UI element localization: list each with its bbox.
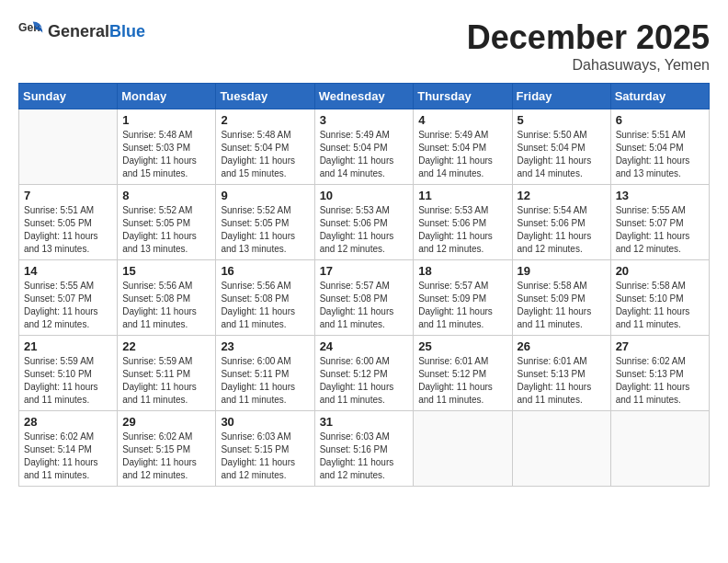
day-number: 25 — [418, 339, 506, 353]
day-info: Sunrise: 5:58 AMSunset: 5:10 PMDaylight:… — [616, 280, 704, 331]
calendar-week-row: 14 Sunrise: 5:55 AMSunset: 5:07 PMDaylig… — [19, 260, 710, 336]
logo: Gen GeneralBlue — [18, 18, 145, 44]
day-info: Sunrise: 6:03 AMSunset: 5:16 PMDaylight:… — [320, 431, 409, 482]
day-info: Sunrise: 5:55 AMSunset: 5:07 PMDaylight:… — [616, 204, 704, 256]
day-number: 21 — [24, 339, 112, 353]
calendar-cell: 12 Sunrise: 5:54 AMSunset: 5:06 PMDaylig… — [512, 185, 610, 260]
logo-blue: Blue — [109, 22, 145, 40]
calendar-cell: 9 Sunrise: 5:52 AMSunset: 5:05 PMDayligh… — [216, 185, 314, 260]
calendar-cell: 16 Sunrise: 5:56 AMSunset: 5:08 PMDaylig… — [216, 260, 314, 336]
weekday-header: Sunday — [19, 84, 118, 109]
calendar-cell: 27 Sunrise: 6:02 AMSunset: 5:13 PMDaylig… — [610, 336, 709, 411]
day-number: 5 — [518, 113, 606, 127]
logo-icon: Gen — [18, 18, 44, 44]
day-info: Sunrise: 5:55 AMSunset: 5:07 PMDaylight:… — [24, 280, 112, 331]
day-info: Sunrise: 6:00 AMSunset: 5:12 PMDaylight:… — [320, 355, 409, 407]
day-number: 23 — [221, 339, 309, 353]
day-number: 26 — [518, 339, 606, 353]
day-info: Sunrise: 6:02 AMSunset: 5:13 PMDaylight:… — [616, 355, 704, 407]
calendar-cell: 5 Sunrise: 5:50 AMSunset: 5:04 PMDayligh… — [512, 109, 610, 185]
calendar-cell — [610, 411, 709, 487]
day-number: 28 — [24, 415, 112, 429]
page-header: Gen GeneralBlue December 2025 Dahasuways… — [18, 18, 710, 74]
day-info: Sunrise: 5:52 AMSunset: 5:05 PMDaylight:… — [122, 204, 210, 256]
day-number: 6 — [616, 113, 704, 127]
weekday-header: Friday — [512, 84, 610, 109]
calendar-cell: 25 Sunrise: 6:01 AMSunset: 5:12 PMDaylig… — [414, 336, 512, 411]
day-info: Sunrise: 5:48 AMSunset: 5:04 PMDaylight:… — [221, 129, 309, 180]
calendar-cell: 14 Sunrise: 5:55 AMSunset: 5:07 PMDaylig… — [19, 260, 118, 336]
day-info: Sunrise: 5:59 AMSunset: 5:10 PMDaylight:… — [24, 355, 112, 407]
day-info: Sunrise: 5:53 AMSunset: 5:06 PMDaylight:… — [418, 204, 506, 256]
day-info: Sunrise: 6:02 AMSunset: 5:15 PMDaylight:… — [122, 431, 210, 482]
day-info: Sunrise: 5:56 AMSunset: 5:08 PMDaylight:… — [221, 280, 309, 331]
calendar-cell: 2 Sunrise: 5:48 AMSunset: 5:04 PMDayligh… — [216, 109, 314, 185]
day-info: Sunrise: 5:54 AMSunset: 5:06 PMDaylight:… — [518, 204, 606, 256]
calendar-week-row: 28 Sunrise: 6:02 AMSunset: 5:14 PMDaylig… — [19, 411, 710, 487]
calendar-cell: 1 Sunrise: 5:48 AMSunset: 5:03 PMDayligh… — [118, 109, 216, 185]
day-number: 27 — [616, 339, 704, 353]
day-info: Sunrise: 6:01 AMSunset: 5:13 PMDaylight:… — [518, 355, 606, 407]
day-info: Sunrise: 6:02 AMSunset: 5:14 PMDaylight:… — [24, 431, 112, 482]
day-number: 31 — [320, 415, 409, 429]
calendar-cell — [19, 109, 118, 185]
day-number: 22 — [122, 339, 210, 353]
day-info: Sunrise: 6:00 AMSunset: 5:11 PMDaylight:… — [221, 355, 309, 407]
calendar-cell: 21 Sunrise: 5:59 AMSunset: 5:10 PMDaylig… — [19, 336, 118, 411]
day-number: 13 — [616, 189, 704, 202]
day-info: Sunrise: 6:01 AMSunset: 5:12 PMDaylight:… — [418, 355, 506, 407]
day-info: Sunrise: 5:50 AMSunset: 5:04 PMDaylight:… — [518, 129, 606, 180]
day-number: 8 — [122, 189, 210, 202]
day-info: Sunrise: 5:53 AMSunset: 5:06 PMDaylight:… — [320, 204, 409, 256]
title-section: December 2025 Dahasuways, Yemen — [467, 18, 710, 74]
day-number: 11 — [418, 189, 506, 202]
calendar-cell: 23 Sunrise: 6:00 AMSunset: 5:11 PMDaylig… — [216, 336, 314, 411]
calendar-week-row: 7 Sunrise: 5:51 AMSunset: 5:05 PMDayligh… — [19, 185, 710, 260]
day-number: 10 — [320, 189, 409, 202]
day-info: Sunrise: 5:56 AMSunset: 5:08 PMDaylight:… — [122, 280, 210, 331]
calendar-cell: 28 Sunrise: 6:02 AMSunset: 5:14 PMDaylig… — [19, 411, 118, 487]
calendar-header-row: SundayMondayTuesdayWednesdayThursdayFrid… — [19, 84, 710, 109]
calendar-cell — [414, 411, 512, 487]
calendar-week-row: 1 Sunrise: 5:48 AMSunset: 5:03 PMDayligh… — [19, 109, 710, 185]
calendar-cell: 17 Sunrise: 5:57 AMSunset: 5:08 PMDaylig… — [314, 260, 414, 336]
calendar-cell: 30 Sunrise: 6:03 AMSunset: 5:15 PMDaylig… — [216, 411, 314, 487]
day-info: Sunrise: 5:49 AMSunset: 5:04 PMDaylight:… — [418, 129, 506, 180]
calendar-cell: 3 Sunrise: 5:49 AMSunset: 5:04 PMDayligh… — [314, 109, 414, 185]
calendar-cell: 26 Sunrise: 6:01 AMSunset: 5:13 PMDaylig… — [512, 336, 610, 411]
day-info: Sunrise: 6:03 AMSunset: 5:15 PMDaylight:… — [221, 431, 309, 482]
day-number: 18 — [418, 264, 506, 278]
day-info: Sunrise: 5:52 AMSunset: 5:05 PMDaylight:… — [221, 204, 309, 256]
day-number: 30 — [221, 415, 309, 429]
day-info: Sunrise: 5:48 AMSunset: 5:03 PMDaylight:… — [122, 129, 210, 180]
day-number: 2 — [221, 113, 309, 127]
calendar-cell: 4 Sunrise: 5:49 AMSunset: 5:04 PMDayligh… — [414, 109, 512, 185]
day-number: 17 — [320, 264, 409, 278]
day-number: 1 — [122, 113, 210, 127]
day-info: Sunrise: 5:51 AMSunset: 5:04 PMDaylight:… — [616, 129, 704, 180]
calendar-cell — [512, 411, 610, 487]
calendar-cell: 8 Sunrise: 5:52 AMSunset: 5:05 PMDayligh… — [118, 185, 216, 260]
day-info: Sunrise: 5:57 AMSunset: 5:09 PMDaylight:… — [418, 280, 506, 331]
calendar-cell: 11 Sunrise: 5:53 AMSunset: 5:06 PMDaylig… — [414, 185, 512, 260]
day-number: 4 — [418, 113, 506, 127]
weekday-header: Tuesday — [216, 84, 314, 109]
calendar-table: SundayMondayTuesdayWednesdayThursdayFrid… — [18, 83, 710, 487]
day-number: 12 — [518, 189, 606, 202]
day-number: 19 — [518, 264, 606, 278]
calendar-cell: 10 Sunrise: 5:53 AMSunset: 5:06 PMDaylig… — [314, 185, 414, 260]
day-info: Sunrise: 5:51 AMSunset: 5:05 PMDaylight:… — [24, 204, 112, 256]
calendar-cell: 15 Sunrise: 5:56 AMSunset: 5:08 PMDaylig… — [118, 260, 216, 336]
day-number: 16 — [221, 264, 309, 278]
calendar-week-row: 21 Sunrise: 5:59 AMSunset: 5:10 PMDaylig… — [19, 336, 710, 411]
day-number: 29 — [122, 415, 210, 429]
calendar-cell: 13 Sunrise: 5:55 AMSunset: 5:07 PMDaylig… — [610, 185, 709, 260]
day-number: 14 — [24, 264, 112, 278]
logo-general: General — [48, 22, 109, 40]
calendar-cell: 31 Sunrise: 6:03 AMSunset: 5:16 PMDaylig… — [314, 411, 414, 487]
day-number: 7 — [24, 189, 112, 202]
calendar-cell: 20 Sunrise: 5:58 AMSunset: 5:10 PMDaylig… — [610, 260, 709, 336]
day-number: 20 — [616, 264, 704, 278]
day-number: 24 — [320, 339, 409, 353]
calendar-cell: 19 Sunrise: 5:58 AMSunset: 5:09 PMDaylig… — [512, 260, 610, 336]
